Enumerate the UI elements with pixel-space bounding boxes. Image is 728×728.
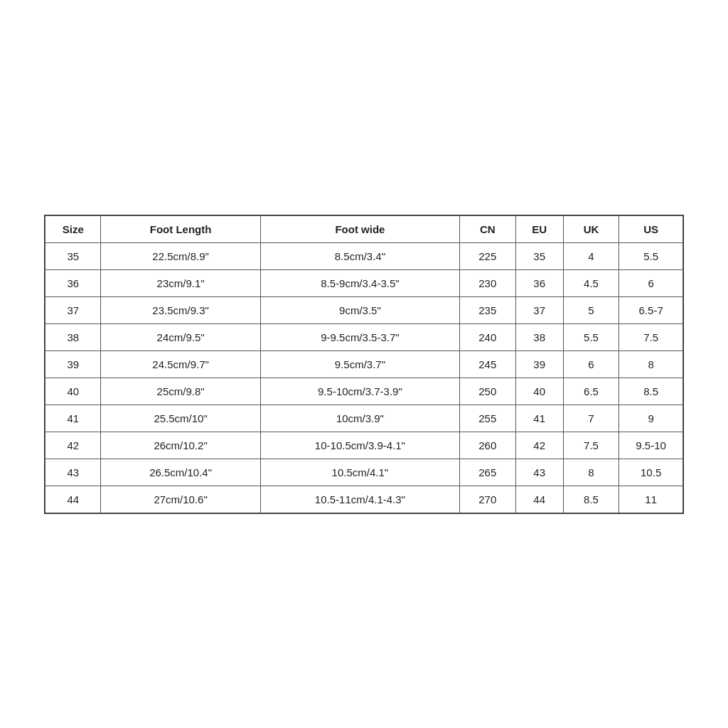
table-cell: 8.5 [563, 486, 619, 513]
table-cell: 27cm/10.6" [101, 486, 260, 513]
table-cell: 23.5cm/9.3" [101, 296, 260, 323]
table-cell: 9-9.5cm/3.5-3.7" [260, 323, 459, 350]
table-cell: 7.5 [563, 432, 619, 459]
table-cell: 43 [46, 459, 101, 486]
table-cell: 41 [515, 405, 563, 432]
table-cell: 24.5cm/9.7" [101, 350, 260, 378]
table-cell: 235 [460, 296, 515, 323]
table-cell: 8.5-9cm/3.4-3.5" [260, 269, 459, 296]
table-cell: 255 [460, 405, 515, 432]
table-cell: 43 [515, 459, 563, 486]
table-cell: 37 [46, 296, 101, 323]
table-row: 3522.5cm/8.9"8.5cm/3.4"2253545.5 [46, 242, 683, 269]
table-cell: 250 [460, 378, 515, 405]
table-cell: 5.5 [563, 323, 619, 350]
table-cell: 23cm/9.1" [101, 269, 260, 296]
table-cell: 10.5cm/4.1" [260, 459, 459, 486]
table-cell: 36 [515, 269, 563, 296]
table-cell: 36 [46, 269, 101, 296]
table-row: 4025cm/9.8"9.5-10cm/3.7-3.9"250406.58.5 [46, 378, 683, 405]
table-cell: 24cm/9.5" [101, 323, 260, 350]
table-cell: 245 [460, 350, 515, 378]
table-cell: 9.5cm/3.7" [260, 350, 459, 378]
size-chart-container: Size Foot Length Foot wide CN EU UK US 3… [44, 215, 684, 514]
table-cell: 10.5 [619, 459, 683, 486]
size-chart-table: Size Foot Length Foot wide CN EU UK US 3… [45, 215, 683, 513]
table-row: 4427cm/10.6"10.5-11cm/4.1-4.3"270448.511 [46, 486, 683, 513]
table-cell: 39 [515, 350, 563, 378]
table-cell: 9 [619, 405, 683, 432]
table-row: 4226cm/10.2"10-10.5cm/3.9-4.1"260427.59.… [46, 432, 683, 459]
table-cell: 6.5-7 [619, 296, 683, 323]
header-eu: EU [515, 215, 563, 242]
header-uk: UK [563, 215, 619, 242]
table-cell: 8 [619, 350, 683, 378]
table-cell: 25cm/9.8" [101, 378, 260, 405]
table-cell: 37 [515, 296, 563, 323]
table-cell: 225 [460, 242, 515, 269]
table-cell: 8 [563, 459, 619, 486]
table-cell: 35 [515, 242, 563, 269]
table-cell: 6.5 [563, 378, 619, 405]
table-cell: 4 [563, 242, 619, 269]
table-cell: 38 [515, 323, 563, 350]
table-cell: 240 [460, 323, 515, 350]
table-cell: 7.5 [619, 323, 683, 350]
header-size: Size [46, 215, 101, 242]
table-cell: 230 [460, 269, 515, 296]
table-cell: 5 [563, 296, 619, 323]
table-cell: 40 [46, 378, 101, 405]
table-row: 4326.5cm/10.4"10.5cm/4.1"26543810.5 [46, 459, 683, 486]
table-cell: 7 [563, 405, 619, 432]
table-cell: 265 [460, 459, 515, 486]
header-foot-wide: Foot wide [260, 215, 459, 242]
table-cell: 9.5-10cm/3.7-3.9" [260, 378, 459, 405]
table-row: 3824cm/9.5"9-9.5cm/3.5-3.7"240385.57.5 [46, 323, 683, 350]
table-cell: 6 [619, 269, 683, 296]
table-row: 3924.5cm/9.7"9.5cm/3.7"2453968 [46, 350, 683, 378]
table-cell: 9cm/3.5" [260, 296, 459, 323]
table-cell: 40 [515, 378, 563, 405]
table-cell: 6 [563, 350, 619, 378]
table-cell: 22.5cm/8.9" [101, 242, 260, 269]
table-cell: 39 [46, 350, 101, 378]
table-cell: 35 [46, 242, 101, 269]
table-cell: 42 [515, 432, 563, 459]
table-cell: 25.5cm/10" [101, 405, 260, 432]
table-cell: 44 [46, 486, 101, 513]
table-cell: 8.5cm/3.4" [260, 242, 459, 269]
table-cell: 10-10.5cm/3.9-4.1" [260, 432, 459, 459]
table-cell: 42 [46, 432, 101, 459]
table-cell: 270 [460, 486, 515, 513]
table-cell: 44 [515, 486, 563, 513]
table-header-row: Size Foot Length Foot wide CN EU UK US [46, 215, 683, 242]
table-row: 3623cm/9.1"8.5-9cm/3.4-3.5"230364.56 [46, 269, 683, 296]
table-row: 4125.5cm/10"10cm/3.9"2554179 [46, 405, 683, 432]
table-cell: 11 [619, 486, 683, 513]
table-cell: 26.5cm/10.4" [101, 459, 260, 486]
table-cell: 5.5 [619, 242, 683, 269]
table-cell: 260 [460, 432, 515, 459]
table-cell: 26cm/10.2" [101, 432, 260, 459]
table-cell: 9.5-10 [619, 432, 683, 459]
table-cell: 41 [46, 405, 101, 432]
table-row: 3723.5cm/9.3"9cm/3.5"2353756.5-7 [46, 296, 683, 323]
table-cell: 38 [46, 323, 101, 350]
table-cell: 10.5-11cm/4.1-4.3" [260, 486, 459, 513]
table-cell: 4.5 [563, 269, 619, 296]
header-us: US [619, 215, 683, 242]
header-cn: CN [460, 215, 515, 242]
table-cell: 10cm/3.9" [260, 405, 459, 432]
table-cell: 8.5 [619, 378, 683, 405]
header-foot-length: Foot Length [101, 215, 260, 242]
